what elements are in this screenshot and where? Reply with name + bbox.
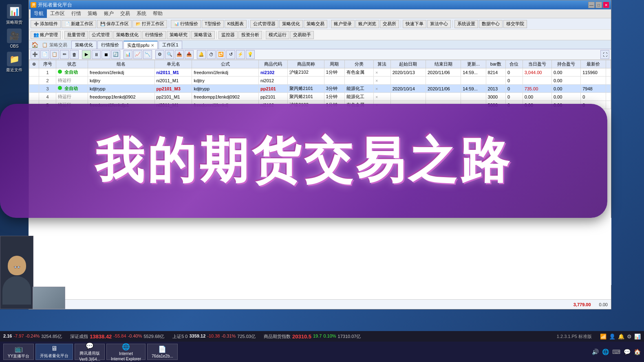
obs-icon: 🎥 <box>7 29 22 43</box>
taskbar-item-ie[interactable]: 🌐 Internet Internet Explorer <box>106 344 146 360</box>
trade-assist-button[interactable]: 交易助手 <box>290 31 314 39</box>
tab-market[interactable]: 行情报价 <box>97 41 123 49</box>
sys-icon-5[interactable]: 📊 <box>634 333 641 340</box>
open-workspace-button[interactable]: 📂 打开工作区 <box>132 20 167 28</box>
tab-optimize[interactable]: 策略优化 <box>71 41 97 49</box>
save-workspace-button[interactable]: 💾 保存工作区 <box>97 20 132 28</box>
ticker-item-1: 深证成指 13838.42 -55.84 -0.40% 5529.68亿 <box>70 333 164 340</box>
data-center-button[interactable]: 数据中心 <box>479 20 503 28</box>
monitor-button[interactable]: 监控器 <box>218 31 238 39</box>
tab-workspace1[interactable]: 工作区1 <box>159 41 182 49</box>
st-import-button[interactable]: 📥 <box>185 50 194 59</box>
desktop-icon-files[interactable]: 📁 最近文件 <box>3 52 26 73</box>
taskbar-item-platform[interactable]: 🖥 开拓者量化平台 <box>35 344 73 360</box>
exchange-button[interactable]: 交易所 <box>380 20 399 28</box>
st-bulb-button[interactable]: 💡 <box>246 50 255 59</box>
menu-account[interactable]: 账户 <box>101 9 117 18</box>
menu-trade[interactable]: 交易 <box>117 9 133 18</box>
t-quote-button[interactable]: T型报价 <box>202 20 224 28</box>
account-login-button[interactable]: 账户登录 <box>331 20 355 28</box>
investment-button[interactable]: 投资分析 <box>238 31 262 39</box>
market-info-button[interactable]: 行情报价 <box>142 31 166 39</box>
taskbar-sys5[interactable]: 🏠 <box>634 349 641 355</box>
st-loop-button[interactable]: 🔁 <box>216 50 225 59</box>
st-chart-button[interactable]: 📊 <box>124 50 132 59</box>
algo-center-button[interactable]: 算法中心 <box>427 20 451 28</box>
close-button[interactable]: ✕ <box>603 2 609 8</box>
strategy-research-button[interactable]: 策略研究 <box>167 31 190 39</box>
sys-icon-1[interactable]: 📶 <box>600 333 607 340</box>
menu-help[interactable]: 帮助 <box>150 9 166 18</box>
batch-manage-button[interactable]: 批量管理 <box>64 31 88 39</box>
st-fullscreen-button[interactable]: ⛶ <box>600 50 609 59</box>
account-mgmt-button[interactable]: 👥 账户管理 <box>31 31 61 39</box>
st-refresh-button[interactable]: 🔄 <box>111 50 120 59</box>
new-workspace-button[interactable]: 📄 新建工作区 <box>62 20 96 28</box>
menu-strategy[interactable]: 策略 <box>84 9 101 18</box>
formula-mgmt-button[interactable]: 公式管理 <box>89 31 112 39</box>
st-profit-button[interactable]: 📈 <box>133 50 142 59</box>
menu-workspace[interactable]: 工作区 <box>47 9 68 18</box>
add-component-button[interactable]: ➕ 添加组件 <box>31 20 61 28</box>
row1-status-text: 全自动 <box>64 70 78 75</box>
taskbar-item-yy[interactable]: 📺 YY直播平台 <box>3 344 34 360</box>
row2-unit: ni2011_M1 <box>154 77 192 85</box>
menu-system[interactable]: 系统 <box>133 9 150 18</box>
st-undo-button[interactable]: ↺ <box>226 50 235 59</box>
st-delete-button[interactable]: 🗑 <box>70 50 79 59</box>
desktop-icon-obs[interactable]: 🎥 OBS <box>3 29 26 48</box>
table-row[interactable]: 4 待运行 freedompp1fenkdj0902 pp2101_M1 fre… <box>29 93 611 101</box>
menu-nav[interactable]: 导航 <box>31 9 47 18</box>
strategy-opt-button[interactable]: 策略数优化 <box>113 31 141 39</box>
menu-market[interactable]: 行情 <box>68 9 84 18</box>
account-browse-button[interactable]: 账户浏览 <box>355 20 379 28</box>
minimize-button[interactable]: — <box>588 2 595 8</box>
row1-group: freedomni1fenkdj <box>88 68 155 77</box>
system-settings-button[interactable]: 系统设置 <box>454 20 478 28</box>
st-copy-button[interactable]: 📋 <box>50 50 59 59</box>
table-row[interactable]: 3 全自动 kdjtrypp pp2101_M3 kdjtrypp pp2101… <box>29 85 611 93</box>
home-tab[interactable]: 🏠 <box>31 41 39 49</box>
ie-icon: 🌐 <box>122 343 130 351</box>
tab-livegroup-close[interactable]: ✕ <box>151 43 154 48</box>
sys-icon-3[interactable]: 🔔 <box>618 333 624 340</box>
st-add-button[interactable]: ➕ <box>31 50 40 59</box>
row4-start <box>390 93 426 101</box>
model-run-button[interactable]: 模式运行 <box>266 31 289 39</box>
table-row[interactable]: 2 待运行 kdjtry ni2011_M1 kdjtry ni2012 × <box>29 77 611 85</box>
taskbar-item-file[interactable]: 📄 76da1e2b... <box>147 344 178 360</box>
st-settings-button[interactable]: ⚙ <box>155 50 164 59</box>
maximize-button[interactable]: □ <box>595 2 602 8</box>
formula-button[interactable]: 公式管理器 <box>250 20 278 28</box>
row2-status: 待运行 <box>56 77 88 85</box>
st-new-button[interactable]: 📄 <box>40 50 49 59</box>
tab-livegroup[interactable]: 实盘组ppfu ✕ <box>124 41 158 49</box>
taskbar-sys3[interactable]: ⌨ <box>612 349 620 355</box>
sys-icon-4[interactable]: ⚙ <box>627 333 632 340</box>
academy-button[interactable]: 移交学院 <box>503 20 527 28</box>
taskbar-sys4[interactable]: 💬 <box>624 349 631 355</box>
st-alert-button[interactable]: 🔔 <box>197 50 206 59</box>
quick-order-button[interactable]: 快速下单 <box>403 20 426 28</box>
taskbar-sys1[interactable]: 🔊 <box>592 349 599 355</box>
sys-icon-2[interactable]: 👤 <box>609 333 615 340</box>
st-timer-button[interactable]: ⏱ <box>207 50 216 59</box>
st-edit-button[interactable]: ✏ <box>60 50 69 59</box>
st-pause-button[interactable]: ⏸ <box>92 50 101 59</box>
st-stop-button[interactable]: ⏹ <box>101 50 110 59</box>
col-group: 组名 <box>88 60 155 68</box>
kline-button[interactable]: K线图表 <box>225 20 247 28</box>
st-run-button[interactable]: ▶ <box>82 50 91 59</box>
taskbar-item-tencent[interactable]: 💬 腾讯通用版 Ver8.3(64... <box>75 344 105 360</box>
taskbar-sys2[interactable]: 🌐 <box>602 349 609 355</box>
st-lightning-button[interactable]: ⚡ <box>236 50 245 59</box>
st-loss-button[interactable]: 📉 <box>143 50 152 59</box>
desktop-icon-strategy[interactable]: 📊 策略期货 <box>3 4 26 25</box>
market-quote-button[interactable]: 📊 行情报价 <box>171 20 201 28</box>
strategy-signal-button[interactable]: 策略雷达 <box>191 31 215 39</box>
st-search-button[interactable]: 🔍 <box>165 50 174 59</box>
table-row[interactable]: 1 全自动 freedomni1fenkdj ni2011_M1 freedom… <box>29 68 611 77</box>
strategy-trade-button[interactable]: 策略交易 <box>304 20 327 28</box>
strategy-optimize-button[interactable]: 策略优化 <box>279 20 303 28</box>
st-export-button[interactable]: 📤 <box>175 50 184 59</box>
